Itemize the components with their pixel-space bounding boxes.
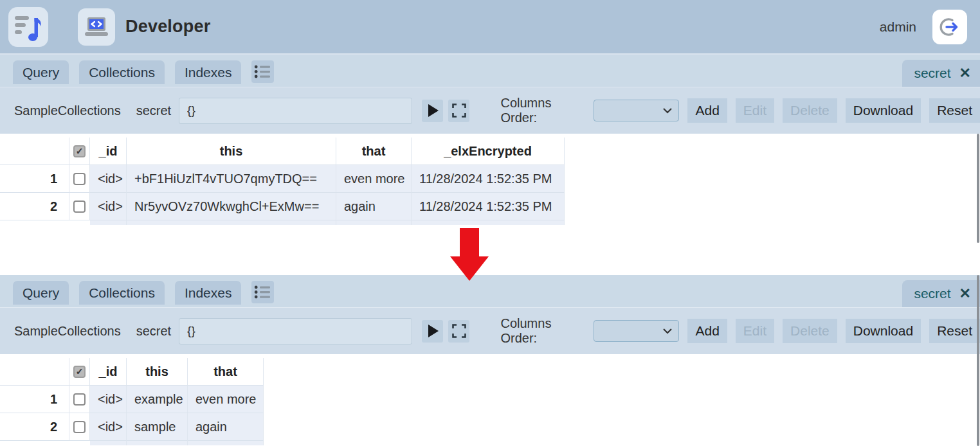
username-label: admin <box>880 19 916 35</box>
table-footer-strip <box>0 220 565 225</box>
scrollbar-panel-after[interactable] <box>977 275 979 446</box>
run-query-button[interactable] <box>422 100 443 122</box>
logout-icon <box>939 17 960 37</box>
cell-this: example <box>127 386 188 413</box>
bulleted-list-icon <box>254 64 271 79</box>
cell-id: <id> <box>90 413 127 441</box>
table-row[interactable]: 2 <id> sample again <box>0 413 264 441</box>
cell-id: <id> <box>90 386 127 413</box>
cell-that: even more <box>188 386 264 413</box>
cell-elxencrypted: 11/28/2024 1:52:35 PM <box>412 165 565 193</box>
row-checkbox-cell <box>69 386 90 413</box>
bulleted-list-icon <box>254 285 271 299</box>
reset-button[interactable]: Reset <box>929 319 980 343</box>
col-header-this[interactable]: this <box>127 138 336 165</box>
cell-that: again <box>336 193 412 220</box>
table-row[interactable]: 2 <id> Nr5yvOVz70WkwghCl+ExMw== again 11… <box>0 193 565 220</box>
query-input[interactable] <box>179 318 412 344</box>
expand-button[interactable] <box>448 320 469 343</box>
tab-indexes[interactable]: Indexes <box>175 281 242 305</box>
select-all-checkbox[interactable] <box>73 145 86 157</box>
cell-this: +bF1HiUzlT4vTUO7qmyTDQ== <box>127 165 336 193</box>
results-panel-before: Query Collections Indexes secret ✕ Sampl… <box>0 55 980 227</box>
app-window: Developer admin Query Collections Indexe… <box>0 0 980 446</box>
developer-page-button[interactable] <box>78 8 115 46</box>
cell-this: Nr5yvOVz70WkwghCl+ExMw== <box>127 193 336 220</box>
red-down-arrow <box>450 228 489 281</box>
laptop-code-icon <box>84 16 109 38</box>
col-header-elxencrypted[interactable]: _elxEncrypted <box>412 138 565 165</box>
tab-query[interactable]: Query <box>13 60 69 84</box>
list-view-button[interactable] <box>251 60 274 83</box>
cell-this: sample <box>127 413 188 441</box>
delete-button[interactable]: Delete <box>783 319 837 343</box>
col-header-this[interactable]: this <box>127 358 188 386</box>
download-button[interactable]: Download <box>846 319 921 343</box>
edit-button[interactable]: Edit <box>736 98 774 123</box>
delete-button[interactable]: Delete <box>783 98 837 123</box>
tab-collections[interactable]: Collections <box>79 281 165 305</box>
tab-collection-secret[interactable]: secret ✕ <box>902 280 980 307</box>
col-header-that[interactable]: that <box>336 138 412 165</box>
row-number: 1 <box>0 386 69 413</box>
tab-collections[interactable]: Collections <box>79 60 165 84</box>
close-icon[interactable]: ✕ <box>959 287 971 301</box>
close-icon[interactable]: ✕ <box>959 66 971 80</box>
tab-indexes[interactable]: Indexes <box>175 60 242 84</box>
row-checkbox-cell <box>69 413 90 441</box>
tab-collection-label: secret <box>914 286 950 301</box>
cell-id: <id> <box>90 193 127 220</box>
download-button[interactable]: Download <box>846 98 921 123</box>
query-toolbar: SampleCollections secret Columns Order: <box>0 307 980 354</box>
app-logo-button[interactable] <box>8 7 48 47</box>
logout-button[interactable] <box>932 10 967 44</box>
results-table-before: _id this that _elxEncrypted 1 <id> +bF1H… <box>0 138 565 225</box>
row-number-header <box>0 138 69 165</box>
columns-order-select[interactable] <box>594 100 680 121</box>
row-checkbox[interactable] <box>73 201 86 213</box>
col-header-id[interactable]: _id <box>90 138 127 165</box>
table-header-row: _id this that <box>0 358 264 386</box>
select-all-checkbox[interactable] <box>73 366 86 378</box>
cell-that: again <box>188 413 264 441</box>
collection-name: secret <box>136 324 171 339</box>
row-checkbox[interactable] <box>73 173 86 185</box>
query-toolbar: SampleCollections secret Columns Order: <box>0 87 980 134</box>
play-icon <box>426 103 439 118</box>
reset-button[interactable]: Reset <box>929 98 980 123</box>
select-all-cell <box>69 358 90 386</box>
run-query-button[interactable] <box>422 320 443 343</box>
table-row[interactable]: 1 <id> example even more <box>0 386 264 413</box>
fullscreen-icon <box>452 324 466 338</box>
scrollbar-panel-before[interactable] <box>977 134 979 243</box>
col-header-that[interactable]: that <box>188 358 264 386</box>
tab-collection-label: secret <box>914 66 950 81</box>
columns-order-select[interactable] <box>594 320 680 342</box>
columns-order-label: Columns Order: <box>500 316 586 346</box>
col-header-id[interactable]: _id <box>90 358 127 386</box>
list-view-button[interactable] <box>251 281 274 303</box>
table-footer-strip <box>0 441 264 445</box>
cell-that: even more <box>336 165 412 193</box>
play-icon <box>426 324 439 338</box>
tab-query[interactable]: Query <box>13 281 69 305</box>
edit-button[interactable]: Edit <box>736 319 774 343</box>
expand-button[interactable] <box>448 100 469 122</box>
row-checkbox[interactable] <box>73 393 86 406</box>
results-panel-after: Query Collections Indexes secret ✕ Sampl… <box>0 275 980 446</box>
tab-collection-secret[interactable]: secret ✕ <box>902 60 980 87</box>
add-button[interactable]: Add <box>687 319 727 343</box>
chevron-down-icon <box>662 107 673 114</box>
row-number: 1 <box>0 165 69 193</box>
table-header-row: _id this that _elxEncrypted <box>0 138 565 165</box>
add-button[interactable]: Add <box>687 98 727 123</box>
row-checkbox[interactable] <box>73 421 86 433</box>
table-row[interactable]: 1 <id> +bF1HiUzlT4vTUO7qmyTDQ== even mor… <box>0 165 565 193</box>
row-number: 2 <box>0 413 69 441</box>
row-checkbox-cell <box>69 193 90 220</box>
page-title: Developer <box>125 17 210 37</box>
fullscreen-icon <box>452 103 466 118</box>
row-checkbox-cell <box>69 165 90 193</box>
query-input[interactable] <box>179 98 412 124</box>
tab-bar: Query Collections Indexes secret ✕ <box>0 275 980 307</box>
